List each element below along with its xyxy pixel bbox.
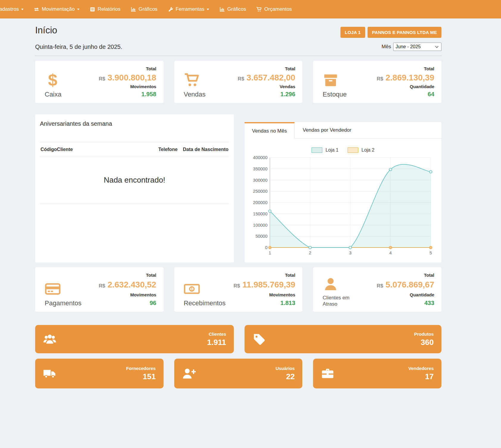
- svg-text:4: 4: [389, 251, 391, 255]
- total-label: Total: [146, 66, 156, 71]
- banner-row-1: Clientes1.911Produtos360: [35, 325, 441, 353]
- svg-text:150000: 150000: [253, 211, 267, 216]
- company-button[interactable]: PANNOS E PANNOS LTDA ME: [368, 27, 441, 38]
- header-buttons: LOJA 1 PANNOS E PANNOS LTDA ME: [340, 27, 441, 38]
- nav-item-label: Ferramentas: [176, 6, 204, 12]
- total-label: Total: [146, 273, 156, 278]
- banner-value: 1.911: [207, 338, 226, 347]
- amount: R$11.985.769,39: [234, 280, 295, 290]
- legend-label: Loja 1: [326, 147, 339, 153]
- usuarios-banner[interactable]: Usuários22: [174, 359, 303, 388]
- dashboard-page: adastrosMovimentaçãoRelatóriosGráficosFe…: [0, 0, 501, 388]
- sub-label: Movimentos: [269, 292, 295, 297]
- stat-cards-top-row: $CaixaTotalR$3.900.800,18Movimentos1.958…: [35, 61, 441, 103]
- vendedores-banner[interactable]: Vendedores17: [313, 359, 441, 388]
- currency-prefix: R$: [234, 283, 240, 289]
- top-navbar: adastrosMovimentaçãoRelatóriosGráficosFe…: [0, 0, 501, 18]
- bar-chart-icon: [130, 7, 136, 12]
- card-left: 1Recebimentos: [181, 272, 226, 307]
- card-left: Pagamentos: [42, 272, 82, 307]
- amount: R$2.869.130,39: [377, 73, 434, 83]
- currency-prefix: R$: [99, 283, 105, 289]
- nav-item-orcamentos[interactable]: Orçamentos: [251, 6, 297, 12]
- sub-label: Vendas: [280, 84, 295, 89]
- divider: [40, 157, 229, 157]
- nav-item-label: adastros: [0, 6, 19, 12]
- divider: [40, 203, 229, 203]
- store-button[interactable]: LOJA 1: [340, 27, 365, 38]
- nav-item-relatorios[interactable]: Relatórios: [85, 6, 126, 12]
- sub-label: Movimentos: [130, 292, 156, 297]
- card-totals: TotalR$2.869.130,39Quantidade64: [377, 66, 434, 98]
- dollar-icon: $: [45, 72, 61, 88]
- card-left: Clientes em Atraso: [320, 272, 358, 307]
- clientes-banner[interactable]: Clientes1.911: [35, 325, 234, 353]
- amount-value: 3.900.800,18: [108, 73, 156, 83]
- nav-item-ferramentas[interactable]: Ferramentas: [163, 6, 214, 12]
- caret-down-icon: [21, 9, 24, 11]
- sub-label: Movimentos: [130, 84, 156, 89]
- caret-down-icon: [207, 9, 209, 11]
- exchange-icon: [34, 7, 39, 12]
- card-left: Estoque: [320, 66, 347, 98]
- month-select-value: June - 2025: [396, 44, 421, 49]
- legend-swatch: [312, 147, 322, 153]
- card-totals: TotalR$3.900.800,18Movimentos1.958: [99, 66, 156, 98]
- empty-message: Nada encontrado!: [40, 175, 229, 185]
- banner-label: Usuários: [276, 366, 295, 371]
- tab-vendas-por-vendedor[interactable]: Vendas por Vendedor: [295, 122, 359, 138]
- nav-item-label: Gráficos: [139, 6, 157, 12]
- month-select[interactable]: June - 2025: [393, 43, 441, 51]
- nav-item-movimentacao[interactable]: Movimentação: [29, 6, 85, 12]
- fornecedores-banner[interactable]: Fornecedores151: [35, 359, 164, 388]
- total-label: Total: [424, 66, 434, 71]
- produtos-banner[interactable]: Produtos360: [245, 325, 441, 353]
- svg-text:100000: 100000: [253, 223, 267, 228]
- legend-label: Loja 2: [362, 147, 375, 153]
- nav-item-cadastros[interactable]: adastros: [0, 6, 29, 12]
- banner-label: Vendedores: [408, 366, 434, 371]
- amount: R$5.076.869,67: [377, 280, 434, 290]
- nav-item-label: Gráficos: [227, 6, 246, 12]
- banner-label: Produtos: [414, 332, 434, 337]
- svg-text:350000: 350000: [253, 167, 267, 171]
- banner-totals: Vendedores17: [408, 366, 434, 381]
- money-bill-icon: 1: [184, 281, 200, 297]
- legend-item-loja-1[interactable]: Loja 1: [312, 147, 339, 153]
- card-totals: TotalR$11.985.769,39Movimentos1.813: [234, 272, 295, 307]
- birthdays-panel: Aniversariantes da semana CódigoClienteT…: [35, 114, 234, 262]
- card-left: $Caixa: [42, 66, 61, 98]
- sub-label: Quantidade: [410, 84, 435, 89]
- nav-item-graficos-2[interactable]: Gráficos: [214, 6, 251, 12]
- banner-label: Clientes: [209, 332, 226, 337]
- card-label: Estoque: [323, 91, 347, 98]
- amount-value: 2.632.430,52: [108, 280, 156, 290]
- sub-value: 1.958: [141, 91, 156, 98]
- legend-item-loja-2[interactable]: Loja 2: [348, 147, 375, 153]
- banner-totals: Usuários22: [276, 366, 295, 381]
- banner-value: 151: [143, 372, 155, 381]
- card-label: Clientes em Atraso: [323, 295, 358, 307]
- banner-value: 17: [425, 372, 434, 381]
- tag-icon: [252, 332, 266, 346]
- amount: R$3.657.482,00: [238, 73, 295, 83]
- birthdays-table-header: CódigoClienteTelefoneData de Nascimento: [40, 142, 229, 157]
- tab-vendas-no-mes[interactable]: Vendas no Mês: [245, 122, 295, 139]
- card-totals: TotalR$5.076.869,67Quantidade433: [377, 272, 434, 307]
- card-totals: TotalR$3.657.482,00Vendas1.296: [238, 66, 295, 98]
- banner-value: 22: [286, 372, 295, 381]
- stat-cards-bottom-row: PagamentosTotalR$2.632.430,52Movimentos9…: [35, 267, 441, 312]
- banner-totals: Fornecedores151: [126, 366, 155, 381]
- amount-value: 3.657.482,00: [247, 73, 295, 83]
- card-totals: TotalR$2.632.430,52Movimentos96: [99, 272, 156, 307]
- cart-icon: [256, 7, 262, 12]
- table-column-header: Cliente: [57, 147, 73, 152]
- card-label: Pagamentos: [45, 299, 82, 307]
- month-select-group: Mês June - 2025: [382, 43, 441, 51]
- estoque-card: EstoqueTotalR$2.869.130,39Quantidade64: [313, 61, 441, 103]
- banner-totals: Produtos360: [414, 332, 434, 347]
- svg-text:50000: 50000: [255, 234, 267, 239]
- svg-text:1: 1: [268, 251, 271, 255]
- banner-label: Fornecedores: [126, 366, 155, 371]
- nav-item-graficos[interactable]: Gráficos: [125, 6, 162, 12]
